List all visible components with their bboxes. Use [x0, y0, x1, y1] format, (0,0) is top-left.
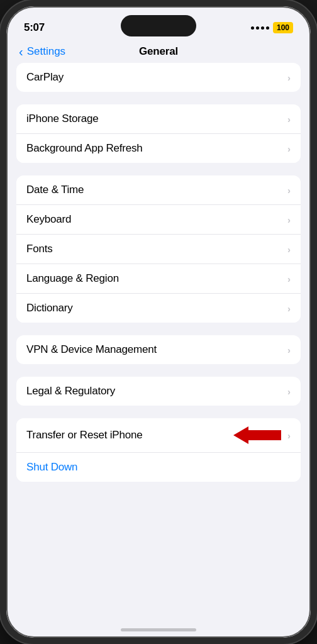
iphone-storage-row[interactable]: iPhone Storage ›: [16, 104, 301, 134]
signal-indicator: [251, 26, 269, 30]
settings-group-reset: Transfer or Reset iPhone › Shut Down: [16, 418, 301, 482]
legal-chevron-icon: ›: [287, 386, 291, 397]
settings-card-reset: Transfer or Reset iPhone › Shut Down: [16, 418, 301, 482]
signal-dot-3: [261, 26, 264, 30]
battery-badge: 100: [273, 22, 293, 33]
carplay-row[interactable]: CarPlay ›: [16, 63, 301, 92]
settings-card-storage: iPhone Storage › Background App Refresh …: [16, 104, 301, 163]
keyboard-chevron-icon: ›: [287, 214, 291, 225]
keyboard-row[interactable]: Keyboard ›: [16, 205, 301, 235]
status-time: 5:07: [24, 21, 45, 34]
back-button[interactable]: ‹ Settings: [19, 45, 65, 59]
date-time-label: Date & Time: [26, 184, 84, 196]
legal-label: Legal & Regulatory: [26, 385, 115, 397]
signal-dot-4: [266, 26, 269, 30]
shut-down-label: Shut Down: [26, 461, 77, 474]
background-app-refresh-chevron-icon: ›: [287, 143, 291, 154]
settings-card-legal: Legal & Regulatory ›: [16, 377, 301, 406]
signal-dot-2: [256, 26, 259, 30]
dictionary-row[interactable]: Dictionary ›: [16, 294, 301, 323]
date-time-row[interactable]: Date & Time ›: [16, 175, 301, 205]
iphone-storage-chevron-icon: ›: [287, 114, 291, 125]
language-region-chevron-icon: ›: [287, 274, 291, 284]
vpn-chevron-icon: ›: [287, 345, 291, 355]
signal-dot-1: [251, 26, 254, 30]
dictionary-chevron-icon: ›: [287, 303, 291, 314]
navigation-bar: ‹ Settings General: [6, 40, 311, 63]
legal-row[interactable]: Legal & Regulatory ›: [16, 377, 301, 406]
status-right: 100: [251, 22, 293, 33]
transfer-reset-row[interactable]: Transfer or Reset iPhone ›: [16, 418, 301, 453]
carplay-label: CarPlay: [26, 71, 64, 84]
transfer-reset-chevron-icon: ›: [287, 430, 291, 441]
settings-card-locale: Date & Time › Keyboard › Fonts › Languag…: [16, 175, 301, 323]
carplay-chevron-icon: ›: [287, 72, 291, 83]
settings-group-locale: Date & Time › Keyboard › Fonts › Languag…: [16, 175, 301, 323]
date-time-chevron-icon: ›: [287, 185, 291, 196]
phone-frame: 5:07 100 ‹ Settings General CarPlay ›: [0, 0, 317, 644]
transfer-reset-right: ›: [233, 426, 291, 444]
fonts-label: Fonts: [26, 243, 53, 255]
arrow-body: [248, 430, 281, 440]
settings-group-legal: Legal & Regulatory ›: [16, 377, 301, 406]
language-region-row[interactable]: Language & Region ›: [16, 264, 301, 294]
dictionary-label: Dictionary: [26, 302, 73, 314]
settings-card-vpn: VPN & Device Management ›: [16, 335, 301, 364]
fonts-chevron-icon: ›: [287, 244, 291, 255]
back-label: Settings: [27, 45, 65, 58]
fonts-row[interactable]: Fonts ›: [16, 235, 301, 264]
home-indicator: [121, 628, 196, 631]
vpn-row[interactable]: VPN & Device Management ›: [16, 335, 301, 364]
shut-down-row[interactable]: Shut Down: [16, 453, 301, 482]
vpn-label: VPN & Device Management: [26, 343, 157, 356]
page-title: General: [139, 45, 178, 58]
settings-group-storage: iPhone Storage › Background App Refresh …: [16, 104, 301, 163]
transfer-reset-label: Transfer or Reset iPhone: [26, 429, 143, 441]
red-arrow-annotation: [233, 426, 281, 444]
dynamic-island: [121, 15, 196, 36]
keyboard-label: Keyboard: [26, 213, 71, 226]
iphone-storage-label: iPhone Storage: [26, 113, 98, 125]
settings-card-carplay: CarPlay ›: [16, 63, 301, 92]
back-chevron-icon: ‹: [19, 45, 23, 59]
settings-content: CarPlay › iPhone Storage › Background Ap…: [6, 63, 311, 507]
background-app-refresh-row[interactable]: Background App Refresh ›: [16, 134, 301, 163]
language-region-label: Language & Region: [26, 272, 119, 285]
settings-group-carplay: CarPlay ›: [16, 63, 301, 92]
arrow-head-icon: [233, 426, 248, 444]
settings-group-vpn: VPN & Device Management ›: [16, 335, 301, 364]
background-app-refresh-label: Background App Refresh: [26, 142, 143, 155]
